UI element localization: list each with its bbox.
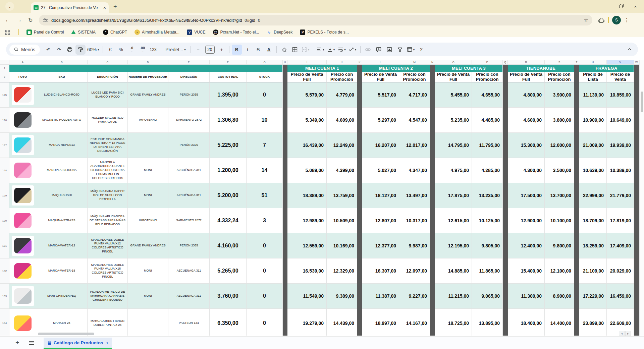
separator-column[interactable] bbox=[503, 133, 508, 158]
subheader[interactable]: Precio de Venta Full bbox=[435, 72, 472, 82]
cell-price-128[interactable]: 4.399,00 bbox=[327, 158, 357, 183]
forward-icon[interactable]: → bbox=[13, 17, 25, 23]
all-sheets-icon[interactable] bbox=[29, 343, 34, 343]
merge-cells-button[interactable]: ▾ bbox=[301, 45, 311, 55]
cell-direccion-134[interactable]: PASTEUR 134 bbox=[168, 309, 210, 336]
cell-sku-126[interactable]: MAGNETIC-HOLDER-AUTO bbox=[36, 108, 88, 133]
cell-price-133[interactable]: 11.300,00 bbox=[508, 284, 545, 309]
cell-price-126[interactable]: 4.600,00 bbox=[508, 108, 545, 133]
bookmark-chatgpt[interactable]: *ChatGPT bbox=[100, 28, 130, 36]
cell-price-129[interactable]: 17.875,00 bbox=[435, 183, 472, 208]
cell-price-125[interactable]: 4.717,00 bbox=[399, 82, 430, 108]
separator-column[interactable] bbox=[430, 208, 435, 233]
group-header-4[interactable]: TIENDANUBE bbox=[508, 65, 574, 72]
cell-price-132[interactable]: 20.029,00 bbox=[607, 258, 634, 284]
insert-link-button[interactable] bbox=[363, 45, 373, 55]
separator-column[interactable] bbox=[574, 258, 579, 284]
functions-button[interactable]: Σ bbox=[417, 45, 427, 55]
cell-price-126[interactable]: 10.649,00 bbox=[607, 108, 634, 133]
group-header-5[interactable]: FRÁVEGA bbox=[579, 65, 634, 72]
cell-stock-126[interactable]: 10 bbox=[247, 108, 283, 133]
separator-column[interactable] bbox=[430, 233, 435, 258]
cell-price-125[interactable]: 4.655,00 bbox=[472, 82, 503, 108]
row-header-127[interactable]: 127 bbox=[0, 133, 9, 158]
separator-column[interactable] bbox=[634, 158, 639, 183]
separator-column[interactable] bbox=[503, 72, 508, 82]
separator-column[interactable] bbox=[634, 108, 639, 133]
separator-column[interactable] bbox=[574, 65, 579, 72]
cell-direccion-128[interactable]: AZCUÉNAGA 311 bbox=[168, 158, 210, 183]
text-wrap-button[interactable]: ▾ bbox=[337, 45, 347, 55]
column-header-B[interactable]: B bbox=[36, 60, 88, 65]
column-header-R[interactable]: R bbox=[508, 60, 545, 65]
separator-column[interactable] bbox=[283, 183, 287, 208]
cell-price-127[interactable]: 16.439,00 bbox=[287, 133, 327, 158]
separator-column[interactable] bbox=[503, 208, 508, 233]
subheader[interactable]: Precio de Lista bbox=[579, 72, 607, 82]
separator-column[interactable] bbox=[430, 284, 435, 309]
cell-stock-129[interactable]: 51 bbox=[247, 183, 283, 208]
create-filter-button[interactable] bbox=[395, 45, 405, 55]
font-select[interactable]: Predet... ▾ bbox=[163, 45, 188, 55]
cell-direccion-126[interactable]: SARMIENTO 2872 bbox=[168, 108, 210, 133]
cell-price-125[interactable]: 11.139,00 bbox=[579, 82, 607, 108]
separator-column[interactable] bbox=[503, 158, 508, 183]
separator-column[interactable] bbox=[503, 108, 508, 133]
cell-foto-127[interactable] bbox=[9, 133, 36, 158]
horizontal-align-button[interactable]: ▾ bbox=[316, 45, 326, 55]
increase-decimals-button[interactable]: .00 → bbox=[138, 45, 148, 55]
cell-price-128[interactable]: 5.089,00 bbox=[287, 158, 327, 183]
column-header-I[interactable]: I bbox=[287, 60, 327, 65]
cell-proveedor-126[interactable]: IMPOTEKNO bbox=[128, 108, 168, 133]
bookmark-panel-de-control[interactable]: ▦Panel de Control bbox=[24, 28, 66, 36]
cell-costo-129[interactable]: 5.200,00 bbox=[210, 183, 247, 208]
zoom-select[interactable]: 60% ▾ bbox=[86, 45, 100, 55]
cell-A1-merged[interactable] bbox=[9, 65, 283, 72]
column-title-nombre-de-proveedor[interactable]: NOMBRE DE PROVEEDOR bbox=[128, 72, 168, 82]
separator-column[interactable] bbox=[503, 82, 508, 108]
separator-column[interactable] bbox=[357, 183, 362, 208]
subheader[interactable]: Precio con Promoción bbox=[327, 72, 357, 82]
cell-sku-129[interactable]: MAQUI-SUSHI bbox=[36, 183, 88, 208]
separator-column[interactable] bbox=[357, 284, 362, 309]
cell-desc-126[interactable]: HOLDER MAGNETICO PARA AUTOS bbox=[88, 108, 128, 133]
separator-column[interactable] bbox=[634, 284, 639, 309]
minimize-button[interactable]: — bbox=[603, 4, 608, 9]
cell-price-127[interactable]: 16.207,00 bbox=[362, 133, 399, 158]
cell-price-133[interactable]: 11.215,00 bbox=[435, 284, 472, 309]
separator-column[interactable] bbox=[574, 183, 579, 208]
separator-column[interactable] bbox=[574, 233, 579, 258]
cell-price-128[interactable]: 4.285,00 bbox=[472, 158, 503, 183]
separator-column[interactable] bbox=[357, 108, 362, 133]
cell-price-126[interactable]: 3.800,00 bbox=[545, 108, 574, 133]
cell-price-132[interactable]: 16.307,00 bbox=[362, 258, 399, 284]
cell-price-133[interactable]: 17.229,00 bbox=[579, 284, 607, 309]
cell-price-128[interactable]: 4.347,00 bbox=[399, 158, 430, 183]
cell-price-129[interactable]: 22.999,00 bbox=[579, 183, 607, 208]
separator-column[interactable] bbox=[574, 108, 579, 133]
row-header-2[interactable]: 2 bbox=[0, 72, 9, 82]
cell-price-130[interactable]: 10.509,00 bbox=[327, 208, 357, 233]
cell-costo-130[interactable]: 4.332,24 bbox=[210, 208, 247, 233]
separator-column[interactable] bbox=[283, 133, 287, 158]
tab-close-icon[interactable]: × bbox=[103, 5, 106, 10]
cell-price-131[interactable]: 18.259,00 bbox=[579, 233, 607, 258]
column-header-C[interactable]: C bbox=[88, 60, 128, 65]
cell-price-127[interactable]: 12.000,00 bbox=[545, 133, 574, 158]
cell-desc-134[interactable]: MARCADORES FIBRON DOBLE PUNTA X 24 bbox=[88, 309, 128, 336]
font-size-decrease-button[interactable]: − bbox=[193, 45, 203, 55]
separator-column[interactable] bbox=[503, 233, 508, 258]
subheader[interactable]: Precio con Promoción bbox=[472, 72, 503, 82]
separator-column[interactable] bbox=[634, 208, 639, 233]
cell-proveedor-132[interactable]: MONI bbox=[128, 258, 168, 284]
separator-column[interactable] bbox=[357, 72, 362, 82]
cell-price-132[interactable]: 12.097,00 bbox=[399, 258, 430, 284]
separator-column[interactable] bbox=[430, 82, 435, 108]
cell-price-130[interactable]: 12.989,00 bbox=[287, 208, 327, 233]
borders-button[interactable] bbox=[290, 45, 300, 55]
separator-column[interactable] bbox=[574, 208, 579, 233]
separator-column[interactable] bbox=[430, 108, 435, 133]
subheader[interactable]: Precio de Venta Full bbox=[287, 72, 327, 82]
row-header-1[interactable]: 1 bbox=[0, 65, 9, 72]
cell-foto-126[interactable] bbox=[9, 108, 36, 133]
